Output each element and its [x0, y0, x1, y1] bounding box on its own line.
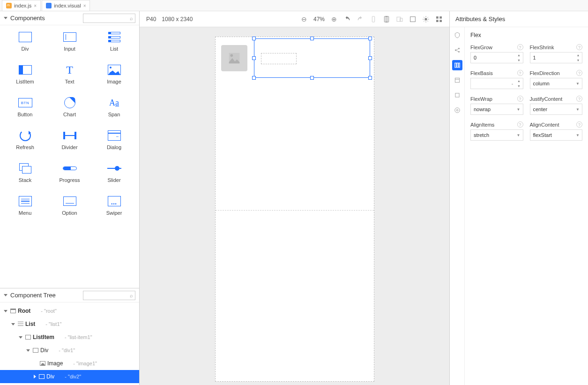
component-label: Progress — [59, 177, 80, 183]
component-option[interactable]: Option — [51, 196, 89, 216]
component-chart[interactable]: Chart — [51, 98, 89, 117]
resize-handle[interactable] — [368, 37, 372, 40]
collapse-icon[interactable] — [19, 336, 22, 339]
step-up-icon: ▲ — [574, 53, 582, 58]
help-icon[interactable]: ? — [517, 121, 523, 128]
resize-handle[interactable] — [310, 37, 314, 40]
close-icon[interactable]: × — [83, 3, 86, 8]
component-listitem[interactable]: ListItem — [7, 65, 44, 84]
prop-label: FlexGrow — [470, 45, 492, 50]
collapse-icon[interactable] — [26, 349, 30, 352]
component-divider[interactable]: Divider — [51, 130, 89, 150]
component-list[interactable]: List — [96, 32, 133, 52]
help-icon[interactable]: ? — [576, 44, 582, 50]
stepper[interactable]: ▲▼ — [515, 78, 523, 89]
canvas-list-item[interactable] — [219, 41, 370, 75]
resize-handle[interactable] — [252, 37, 256, 40]
redo-button[interactable] — [357, 15, 364, 23]
components-search-input[interactable]: ⌕ — [83, 14, 135, 23]
component-dialog[interactable]: Dialog — [96, 130, 133, 150]
tree-search-input[interactable]: ⌕ — [83, 291, 135, 300]
flexGrow-input[interactable]: 0▲▼ — [470, 52, 523, 63]
flexShrink-input[interactable]: 1▲▼ — [530, 52, 583, 63]
select-value: center — [533, 106, 548, 112]
help-icon[interactable]: ? — [517, 70, 523, 76]
select-value: nowrap — [474, 106, 491, 112]
help-icon[interactable]: ? — [576, 96, 582, 102]
tab-box[interactable] — [452, 90, 462, 100]
stepper[interactable]: ▲▼ — [515, 53, 523, 63]
tab-general[interactable] — [452, 30, 462, 40]
help-icon[interactable]: ? — [576, 70, 582, 76]
flexWrap-select[interactable]: nowrap▼ — [470, 104, 523, 115]
svg-point-19 — [230, 54, 233, 57]
svg-point-22 — [458, 51, 460, 53]
step-up-icon: ▲ — [515, 78, 523, 83]
expand-icon[interactable] — [34, 375, 36, 378]
component-span[interactable]: Span — [96, 98, 133, 117]
component-refresh[interactable]: Refresh — [7, 130, 44, 150]
node-type-icon — [40, 361, 45, 366]
zoom-out-button[interactable]: ⊖ — [300, 15, 308, 23]
collapse-icon[interactable] — [4, 294, 7, 296]
collapse-icon[interactable] — [11, 323, 15, 325]
square-icon[interactable] — [409, 15, 417, 23]
undo-button[interactable] — [343, 15, 351, 23]
tree-node-div[interactable]: Div- "div1" — [0, 344, 139, 357]
properties-grid: FlexGrow?0▲▼FlexShrink?1▲▼FlexBasis?-▲▼F… — [470, 44, 582, 141]
alignItems-select[interactable]: stretch▼ — [470, 129, 523, 141]
close-icon[interactable]: × — [34, 3, 37, 8]
node-name: Div — [40, 347, 48, 354]
grid-icon[interactable] — [435, 15, 443, 23]
zoom-in-button[interactable]: ⊕ — [330, 15, 338, 23]
resize-handle[interactable] — [368, 56, 372, 60]
resize-handle[interactable] — [252, 56, 256, 60]
tablet-icon[interactable] — [383, 15, 390, 23]
multi-device-icon[interactable] — [396, 15, 403, 23]
collapse-icon[interactable] — [4, 17, 7, 19]
component-progress[interactable]: Progress — [51, 163, 89, 183]
component-menu[interactable]: Menu — [7, 196, 44, 216]
canvas-area[interactable] — [140, 27, 449, 385]
component-text[interactable]: TText — [51, 65, 89, 84]
tab-settings[interactable] — [452, 105, 462, 115]
device-frame[interactable] — [215, 37, 374, 382]
tab-code[interactable] — [452, 75, 462, 85]
component-stack[interactable]: Stack — [7, 163, 44, 183]
refresh-icon — [18, 130, 32, 141]
component-slider[interactable]: Slider — [96, 163, 133, 183]
tree-node-listitem[interactable]: ListItem- "list-item1" — [0, 331, 139, 344]
flexDirection-select[interactable]: column▼ — [530, 78, 583, 89]
resize-handle[interactable] — [368, 76, 372, 80]
justifyContent-select[interactable]: center▼ — [530, 104, 583, 115]
help-icon[interactable]: ? — [517, 44, 523, 50]
canvas-image-placeholder[interactable] — [221, 45, 247, 71]
tree-node-list[interactable]: List- "list1" — [0, 317, 139, 331]
flexBasis-input[interactable]: -▲▼ — [470, 78, 523, 89]
tree-node-image[interactable]: Image- "image1" — [0, 357, 139, 370]
component-input[interactable]: Input — [51, 32, 89, 52]
tree-node-root[interactable]: Root- "root" — [0, 304, 139, 317]
resize-handle[interactable] — [310, 76, 314, 80]
component-image[interactable]: Image — [96, 65, 133, 84]
tree-node-div[interactable]: Div- "div2" — [0, 370, 139, 383]
brightness-icon[interactable] — [422, 15, 430, 23]
collapse-icon[interactable] — [4, 310, 7, 312]
svg-rect-1 — [384, 16, 388, 22]
tab-flex[interactable] — [452, 60, 462, 70]
help-icon[interactable]: ? — [576, 121, 582, 128]
stepper[interactable]: ▲▼ — [574, 53, 582, 63]
component-div[interactable]: Div — [7, 32, 44, 52]
component-button[interactable]: BTNButton — [7, 98, 44, 117]
phone-portrait-icon[interactable] — [370, 15, 377, 23]
resize-handle[interactable] — [252, 76, 256, 80]
editor-tab-index-visual[interactable]: index.visual × — [42, 0, 90, 11]
canvas-inner-placeholder[interactable] — [261, 53, 297, 64]
alignContent-select[interactable]: flexStart▼ — [530, 129, 583, 141]
editor-tab-index-js[interactable]: index.js × — [2, 0, 41, 11]
canvas-list[interactable] — [216, 37, 374, 211]
canvas-selected-div[interactable] — [254, 38, 370, 78]
tab-share[interactable] — [452, 45, 462, 55]
help-icon[interactable]: ? — [517, 96, 523, 102]
component-swiper[interactable]: Swiper — [96, 196, 133, 216]
